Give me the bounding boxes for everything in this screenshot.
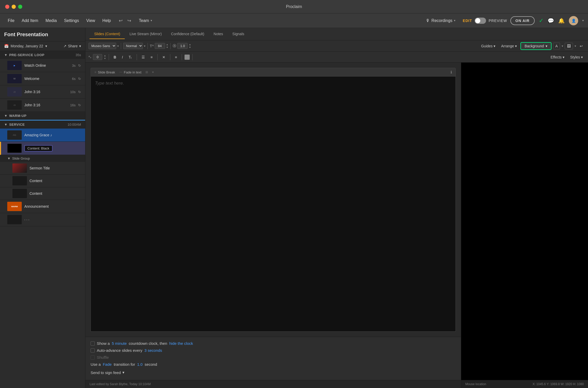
check-icon[interactable]: ✓ [539,17,543,24]
list-button[interactable]: ☰ [139,54,147,60]
effects-chevron-icon: ▾ [563,55,564,59]
send-feed-chevron-icon: ▾ [122,370,124,375]
hide-clock-link[interactable]: hide the clock [169,341,193,346]
section-header-warmup[interactable]: ▼ WARM-UP [0,112,85,120]
slide-group-item-sermon[interactable]: Sermon Title [0,162,85,175]
tab-notes[interactable]: Notes [209,29,228,39]
content-area: Slides (Content) Live Stream (Mirror) Co… [85,28,588,388]
countdown-show-text: Show a [97,341,110,346]
adjust-input[interactable] [93,54,102,60]
user-chevron-icon[interactable]: ▾ [582,19,584,22]
slide-group-item-content2[interactable]: Content [0,187,85,200]
countdown-checkbox[interactable] [91,341,95,346]
sidebar-item-welcome[interactable]: W Welcome 6s ↻ [0,72,85,85]
team-button[interactable]: Team ▾ [135,17,156,25]
tab-signals[interactable]: Signals [228,29,249,39]
redo-button[interactable]: ↪ [126,17,133,25]
slide-group-header[interactable]: ▼ Slide Group [0,155,85,162]
transition-type-link[interactable]: Fade [103,362,112,367]
sidebar-item-john2[interactable]: J3 John 3:16 16s ↻ [0,99,85,112]
auto-advance-checkbox[interactable] [91,348,95,353]
sidebar-item-watch-online[interactable]: ▶ Watch Online 3s ↻ [0,59,85,72]
send-to-sign-feed[interactable]: Send to sign feed ▾ [91,369,456,376]
guides-button[interactable]: Guides ▾ [479,43,497,49]
background-button[interactable]: Background ▾ [520,42,552,50]
styles-button[interactable]: Styles ▾ [568,54,585,60]
sidebar-item-more[interactable]: · · · [0,213,85,226]
style-selector[interactable]: Normal [123,43,143,49]
chat-icon[interactable]: 💬 [548,18,554,24]
auto-advance-setting: Auto-advance slides every 3 seconds [91,348,456,353]
menu-add-item[interactable]: Add Item [18,17,42,25]
date-chevron-icon: ▾ [45,44,47,48]
shuffle-checkbox[interactable] [91,355,95,360]
sidebar-date[interactable]: 📅 Monday, January 22 ▾ [4,44,47,48]
amazing-grace-label: Amazing Grace ♪ [24,133,81,137]
italic-button[interactable]: I [120,54,125,60]
slide-group-item-content1[interactable]: Content [0,175,85,187]
slide-canvas[interactable]: Type text here. [91,77,456,332]
section-header-service[interactable]: ▼ SERVICE 10:00AM [0,121,85,129]
menu-media[interactable]: Media [42,17,61,25]
section-header-preservice[interactable]: ▼ PRE-SERVICE LOOP 35s [0,51,85,59]
welcome-sync-icon: ↻ [78,77,81,81]
menu-file[interactable]: File [4,17,18,25]
countdown-setting: Show a 5 minute countdown clock, then hi… [91,341,456,346]
sidebar-item-amazing-grace[interactable]: AG Amazing Grace ♪ [0,129,85,142]
color-swatch[interactable] [185,55,190,60]
traffic-lights[interactable] [5,5,22,9]
sidebar-item-content-black[interactable]: Content: Black [0,142,85,155]
undo-button[interactable]: ↩ [117,17,124,25]
share-button[interactable]: ↗ Share ▾ [63,44,81,48]
close-button[interactable] [5,5,9,9]
arrange-button[interactable]: Arrange ▾ [499,43,519,49]
bell-icon[interactable]: 🔔 [558,18,565,24]
menu-help[interactable]: Help [99,17,115,25]
menu-view[interactable]: View [83,17,99,25]
text-transform-button[interactable]: Tₜ [127,54,134,60]
text-style-button[interactable]: A [553,43,560,49]
avatar-image: 👤 [571,19,576,23]
font-size-stepper[interactable]: ▲ ▼ [166,43,168,49]
minimize-button[interactable] [12,5,16,9]
image-button[interactable]: 🖼 [565,43,573,49]
adjust-stepper[interactable]: ▲ ▼ [104,54,106,60]
bold-button[interactable]: B [112,54,118,60]
slide-type-icon: ⊞ [145,70,148,74]
effects-button[interactable]: Effects ▾ [549,54,567,60]
separator-t2e [182,54,182,60]
align-list-button[interactable]: ≡ [149,54,155,60]
undo-button-toolbar[interactable]: ↩ [578,43,585,49]
recordings-button[interactable]: 🎙 Recordings ▾ [422,17,460,25]
text-style-chevron-icon[interactable]: ▾ [562,44,563,48]
edit-preview-toggle[interactable] [475,18,486,24]
tab-slides-content[interactable]: Slides (Content) [90,29,125,39]
announcement-label: Announcement [24,204,81,208]
toolbar-row1: Museo Sans ▾ Normal ▾ Tᴬ ▲ ▼ ⓐ ▲ ▼ [85,40,588,52]
font-selector[interactable]: Museo Sans [89,43,116,49]
on-air-button[interactable]: ON AIR [510,16,535,25]
text-align-button[interactable]: ≡ [173,54,179,60]
sidebar-item-announcement[interactable]: WARM Announcement [0,200,85,213]
letter-spacing-stepper[interactable]: ▲ ▼ [189,43,191,49]
thumb-announcement: WARM [7,202,22,211]
countdown-minutes-link[interactable]: 5 minute [112,341,127,346]
maximize-button[interactable] [18,5,22,9]
status-bar: Last edited by Sarah Blythe, Today 10:10… [85,380,461,388]
john1-duration: 10s [70,90,76,94]
separator-t2c [157,54,158,60]
team-label: Team [139,18,149,23]
tab-live-stream[interactable]: Live Stream (Mirror) [125,29,166,39]
slide-info-button[interactable]: ℹ [451,70,452,74]
letter-spacing-icon: ⓐ [173,44,176,48]
letter-spacing-input[interactable] [177,43,188,49]
undo-redo-group: ↩ ↪ [115,15,135,26]
font-size-input[interactable] [155,43,165,49]
tab-confidence[interactable]: Confidence (Default) [166,29,209,39]
user-avatar[interactable]: 👤 [569,16,578,25]
sidebar-item-john1[interactable]: J3 John 3:16 10s ↻ [0,85,85,99]
image-chevron-icon[interactable]: ▾ [575,44,576,48]
menu-settings[interactable]: Settings [60,17,83,25]
welcome-duration: 6s [72,77,76,81]
clear-format-button[interactable]: ✕ [160,54,167,60]
